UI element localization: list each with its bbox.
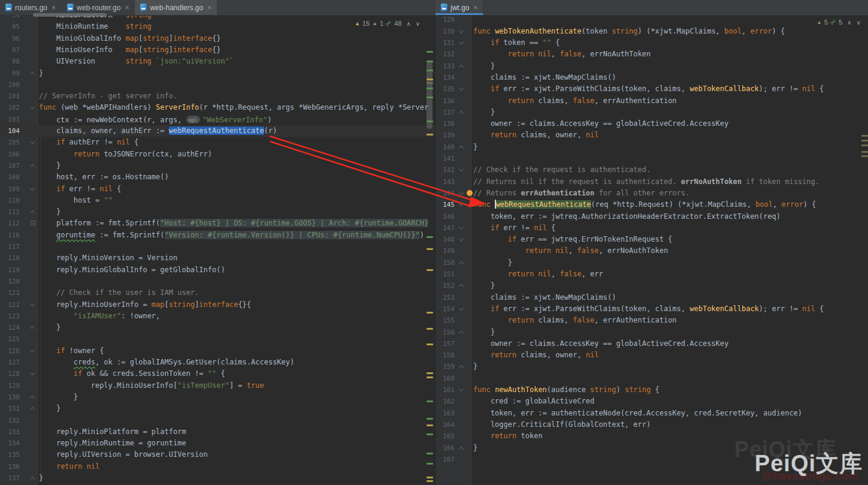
next-error-button[interactable]: ∨ (413, 20, 420, 27)
code-line-134[interactable]: 134 claims := xjwt.NewMapClaims() (435, 72, 868, 83)
code-line-140[interactable]: 140} (435, 141, 868, 153)
fold-marker-icon[interactable] (458, 303, 465, 315)
code-line-130[interactable]: 130func webTokenAuthenticate(token strin… (435, 26, 868, 37)
code-line-158[interactable]: 158 return claims, owner, nil (435, 350, 868, 361)
code-line-129[interactable]: 129 (435, 16, 868, 26)
code-line-139[interactable]: 139 return claims, owner, nil (435, 129, 868, 141)
code-line-121[interactable]: 121 // Check if the user is IAM user. (0, 287, 435, 299)
horizontal-scrollbar-thumb[interactable] (33, 13, 107, 17)
code-line-118[interactable]: 118 reply.MinioVersion = Version (0, 252, 435, 264)
code-line-112[interactable]: 112 platform := fmt.Sprintf("Host: #{hos… (0, 218, 435, 229)
prev-error-button[interactable]: ∧ (404, 20, 411, 27)
code-line-151[interactable]: 151 return nil, false, err (435, 269, 868, 280)
editor-pane-web-handlers[interactable]: 94 MinioPlatform string95 MinioRuntime s… (0, 16, 435, 485)
code-line-149[interactable]: 149 return nil, false, errNoAuthToken (435, 245, 868, 257)
code-line-132[interactable]: 132 (0, 415, 435, 426)
code-line-143[interactable]: 143// Returns nil if the request is auth… (435, 176, 868, 188)
fold-marker-icon[interactable] (458, 141, 465, 153)
fold-marker-icon[interactable] (29, 206, 37, 218)
inspections-widget-right[interactable]: ▲ 5 ✂ 5 ∧ ∨ (816, 18, 861, 26)
next-error-button[interactable]: ∨ (854, 19, 861, 26)
close-icon[interactable]: × (123, 4, 129, 11)
fold-marker-icon[interactable] (458, 442, 465, 454)
code-line-103[interactable]: 103 ctx := newWebContext(r, args, api:"W… (0, 114, 435, 125)
code-line-122[interactable]: 122 reply.MinioUserInfo = map[string]int… (0, 299, 435, 311)
code-line-136[interactable]: 136 return nil (0, 461, 435, 472)
fold-marker-icon[interactable] (29, 160, 37, 171)
code-line-100[interactable]: 100 (0, 79, 435, 91)
fold-marker-icon[interactable] (29, 102, 37, 113)
code-line-96[interactable]: 96 MinioGlobalInfo map[string]interface{… (0, 33, 435, 44)
code-line-99[interactable]: 99} (0, 68, 435, 79)
code-line-120[interactable]: 120 (0, 276, 435, 287)
fold-marker-icon[interactable] (458, 83, 465, 95)
editor-pane-jwt[interactable]: 129130func webTokenAuthenticate(token st… (435, 16, 868, 485)
code-line-131[interactable]: 131 } (0, 403, 435, 414)
code-line-125[interactable]: 125 (0, 333, 435, 345)
code-line-145[interactable]: 145func webRequestAuthenticate(req *http… (435, 199, 868, 210)
tab-web-handlers-go[interactable]: web-handlers.go× (135, 0, 217, 15)
code-line-144[interactable]: 144// Returns errAuthentication for all … (435, 188, 868, 199)
code-line-150[interactable]: 150 } (435, 257, 868, 269)
code-line-141[interactable]: 141 (435, 153, 868, 164)
code-line-138[interactable]: 138 owner := claims.AccessKey == globalA… (435, 118, 868, 129)
code-line-136[interactable]: 136 return claims, false, errAuthenticat… (435, 95, 868, 107)
code-line-117[interactable]: 117 (0, 241, 435, 252)
tab-jwt-go[interactable]: jwt.go× (435, 0, 483, 15)
code-line-123[interactable]: 123 "isIAMUser": !owner, (0, 311, 435, 322)
fold-marker-icon[interactable] (458, 327, 465, 338)
fold-marker-icon[interactable] (458, 37, 465, 49)
close-icon[interactable]: × (206, 4, 211, 11)
code-line-147[interactable]: 147 if err != nil { (435, 222, 868, 234)
code-line-124[interactable]: 124 } (0, 322, 435, 333)
code-line-142[interactable]: 142// Check if the request is authentica… (435, 164, 868, 176)
code-line-101[interactable]: 101// ServerInfo - get server info. (0, 91, 435, 102)
fold-marker-icon[interactable] (29, 391, 37, 403)
code-line-154[interactable]: 154 if err := xjwt.ParseWithClaims(token… (435, 303, 868, 315)
code-line-157[interactable]: 157 owner := claims.AccessKey == globalA… (435, 338, 868, 350)
fold-marker-icon[interactable] (458, 234, 465, 245)
fold-marker-icon[interactable] (458, 361, 465, 372)
fold-marker-icon[interactable] (458, 188, 465, 199)
code-line-106[interactable]: 106 return toJSONError(ctx, authErr) (0, 149, 435, 160)
code-line-161[interactable]: 161func newAuthToken(audience string) st… (435, 384, 868, 396)
fold-marker-icon[interactable] (458, 222, 465, 234)
fold-marker-icon[interactable] (29, 322, 37, 333)
code-line-148[interactable]: 148 if err == jwtreq.ErrNoTokenInRequest… (435, 234, 868, 245)
fold-marker-icon[interactable] (458, 26, 465, 37)
code-line-137[interactable]: 137 } (435, 107, 868, 118)
fold-marker-icon[interactable] (29, 403, 37, 414)
code-line-127[interactable]: 127 creds, ok := globalIAMSys.GetUser(cl… (0, 357, 435, 368)
code-line-152[interactable]: 152 } (435, 280, 868, 291)
code-line-135[interactable]: 135 if err := xjwt.ParseWithClaims(token… (435, 83, 868, 95)
code-line-126[interactable]: 126 if !owner { (0, 345, 435, 357)
close-icon[interactable]: × (50, 4, 56, 11)
fold-marker-icon[interactable] (29, 68, 37, 79)
close-icon[interactable]: × (472, 4, 477, 11)
fold-marker-icon[interactable] (458, 257, 465, 269)
intention-bulb-icon[interactable] (467, 190, 473, 196)
fold-marker-icon[interactable] (458, 280, 465, 291)
fold-marker-icon[interactable] (29, 345, 37, 357)
fold-marker-icon[interactable] (458, 199, 465, 210)
fold-marker-icon[interactable] (29, 299, 37, 311)
code-line-133[interactable]: 133 } (435, 61, 868, 72)
code-line-156[interactable]: 156 } (435, 327, 868, 338)
fold-marker-icon[interactable] (458, 164, 465, 176)
code-line-108[interactable]: 108 host, err := os.Hostname() (0, 171, 435, 183)
code-line-134[interactable]: 134 reply.MinioRuntime = goruntime (0, 438, 435, 449)
code-line-97[interactable]: 97 MinioUserInfo map[string]interface{} (0, 44, 435, 56)
fold-marker-icon[interactable] (29, 368, 37, 379)
code-line-116[interactable]: 116 goruntime := fmt.Sprintf("Version: #… (0, 230, 435, 241)
fold-marker-icon[interactable] (29, 472, 37, 484)
code-line-98[interactable]: 98 UIVersion string `json:"uiVersion"` (0, 56, 435, 67)
code-line-130[interactable]: 130 } (0, 391, 435, 403)
code-line-133[interactable]: 133 reply.MinioPlatform = platform (0, 426, 435, 438)
fold-marker-icon[interactable] (458, 384, 465, 396)
inspections-widget-left[interactable]: ▲ 15 ▲ 1 ✂ 48 ∧ ∨ (355, 19, 420, 28)
fold-marker-icon[interactable] (29, 183, 37, 195)
code-line-128[interactable]: 128 if ok && creds.SessionToken != "" { (0, 368, 435, 379)
code-line-162[interactable]: 162 cred := globalActiveCred (435, 396, 868, 407)
code-line-163[interactable]: 163 token, err := authenticateNode(cred.… (435, 408, 868, 419)
code-line-110[interactable]: 110 host = "" (0, 195, 435, 206)
